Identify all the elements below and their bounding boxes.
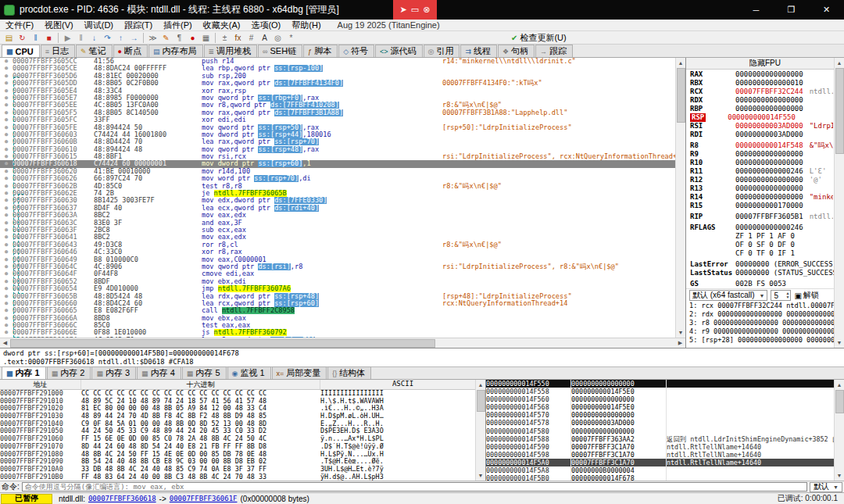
register-row[interactable]: RDX0000000000000000 (690, 96, 833, 105)
disassembly-vscrollbar[interactable]: ▲ ▼ (675, 58, 685, 338)
tab-breakpoints[interactable]: ●断点 (113, 45, 148, 57)
menu-view[interactable]: 视图(V) (39, 20, 79, 30)
disasm-row[interactable]: ●00007FFBFF36063F2BC8sub ecx,eax (0, 227, 685, 234)
register-row[interactable]: CF 0 TF 0 IF 1 (690, 249, 833, 258)
tab-script[interactable]: ƒ脚本 (303, 45, 338, 57)
minimize-button[interactable]: ─ (738, 0, 774, 20)
register-row[interactable]: GS002B FS 0053 (690, 280, 833, 288)
breakpoint-dot-icon[interactable]: ● (0, 146, 13, 153)
stack-row[interactable]: 000000000014F5600000000000000000 (486, 395, 844, 403)
dump-row[interactable]: 00007FFBFF291040C9 0F 84 5A 01 00 00 48 … (0, 420, 485, 428)
menu-trace[interactable]: 跟踪(T) (119, 20, 158, 30)
dump-row[interactable]: 00007FFBFF29105044 24 50 45 33 C9 48 89 … (0, 427, 485, 435)
disasm-row[interactable]: ●00007FFBFF3606378D4F 40lea ecx,qword pt… (0, 205, 685, 212)
stack-row[interactable]: 000000000014F57800000000003AD000 (486, 419, 844, 427)
breakpoint-dot-icon[interactable]: ● (0, 58, 13, 65)
spinner-arrows-icon[interactable]: ▲▼ (785, 291, 790, 299)
disasm-row[interactable]: ●00007FFBFF3606418BC2mov eax,edx (0, 234, 685, 241)
call-argument-row[interactable]: 3: r8 0000000000000000 0000000000000000 (689, 319, 841, 327)
disasm-row[interactable]: ●00007FFBFF3605FE48:894424 50mov qword p… (0, 124, 685, 131)
tab-dump-2[interactable]: ▦内存 2 (47, 366, 91, 379)
register-row[interactable]: R120000000000000000'@' (690, 176, 833, 184)
pause2-button[interactable]: ‖ (74, 32, 88, 44)
call-argument-row[interactable]: 1: rcx 00007FFBFF32C244 ntdll.00007FFBFF… (689, 302, 841, 310)
stop-button[interactable]: ■ (42, 32, 55, 44)
open-file-button[interactable]: ▤ (2, 32, 16, 44)
tab-watch-1[interactable]: ◉监视 1 (227, 366, 271, 379)
settings-button[interactable]: * (284, 32, 298, 44)
disasm-row[interactable]: ●00007FFBFF3606308B1425 3003FE7Fmov edx,… (0, 197, 685, 204)
capture-close-icon[interactable]: ⊗ (423, 5, 430, 15)
register-row[interactable]: R130000000000000000 (690, 184, 833, 193)
register-row[interactable]: RBP0000000000000000 (690, 105, 833, 113)
breakpoint-dot-icon[interactable]: ● (0, 124, 13, 131)
stack-row[interactable]: 000000000014F59800007FFBFF3C1A70ntdll.Rt… (486, 451, 844, 459)
patch-button[interactable]: ✎ (159, 32, 173, 44)
disassembly-hscrollbar[interactable]: ◀ ▶ (0, 338, 685, 348)
disasm-row[interactable]: ●00007FFBFF360654E9 4D010000jmp ntdll.7F… (0, 285, 685, 292)
register-row[interactable]: RIP00007FFBFF3605B1ntdll.00 (690, 213, 833, 221)
memory-map-button[interactable]: ▦ (199, 32, 213, 44)
scroll-up-icon[interactable]: ▲ (835, 58, 844, 68)
dump-row[interactable]: 00007FFBFF29102081 EC 80 00 00 00 48 8B … (0, 405, 485, 413)
stack-row[interactable]: 000000000014F558000000000014F5E0 (486, 388, 844, 395)
disasm-row[interactable]: ●00007FFBFF36066A8BD8mov ebx,eax (0, 315, 685, 322)
scroll-down-icon[interactable]: ▼ (476, 470, 486, 481)
call-argument-row[interactable]: 4: r9 0000000000000000 0000000000000000 (689, 327, 841, 336)
disasm-row[interactable]: ●00007FFBFF3606528BDFmov ebx,edi (0, 278, 685, 285)
tab-dump-3[interactable]: ▦内存 3 (91, 366, 136, 379)
disasm-row[interactable]: ●00007FFBFF360649B8 010000C0mov eax,C000… (0, 256, 685, 263)
breakpoint-dot-icon[interactable]: ● (0, 160, 13, 167)
hide-fpu-button[interactable]: 隐藏FPU (686, 58, 844, 70)
tab-memory-map[interactable]: ▤内存布局 (148, 45, 203, 57)
breakpoint-dot-icon[interactable]: ● (0, 88, 13, 95)
breakpoint-dot-icon[interactable]: ● (0, 322, 13, 329)
scroll-thumb[interactable] (835, 390, 844, 413)
disasm-row[interactable]: ●00007FFBFF36061048:894424 48mov qword p… (0, 146, 685, 153)
arg-count-stepper[interactable]: 5 ▲▼ (771, 290, 791, 301)
register-row[interactable]: R8000000000014F548&"吗x\n€| (690, 141, 833, 150)
breakpoint-dot-icon[interactable]: ● (0, 285, 13, 292)
disasm-row[interactable]: ●00007FFBFF36060B48:8D4424 70lea rax,qwo… (0, 138, 685, 145)
assemble-button[interactable]: fx (231, 32, 245, 44)
disasm-row[interactable]: ●00007FFBFF3605E448:33C4xor rax,rsp (0, 88, 685, 95)
hash-button[interactable]: # (245, 32, 258, 44)
close-button[interactable]: ✕ (809, 0, 844, 20)
dump-row[interactable]: 00007FFBFF29108048 8B 4C 24 50 FF 15 4E … (0, 451, 485, 459)
register-row[interactable]: LastStatus00000000 (STATUS_SUCCESS) (690, 269, 833, 277)
check-updates-button[interactable]: ✔检查更新(U) (507, 32, 570, 44)
breakpoint-dot-icon[interactable]: ● (0, 95, 13, 102)
disasm-row[interactable]: ●00007FFBFF36066048:8D4C24 60lea rcx,qwo… (0, 300, 685, 307)
tab-trace[interactable]: →跟踪 (535, 45, 573, 57)
stack-row[interactable]: 000000000014F5A800000000B0000004 (486, 466, 844, 474)
unlock-button[interactable]: ▣ 解锁 (794, 290, 818, 301)
tab-locals[interactable]: x=局部变量 (272, 366, 327, 379)
disasm-row[interactable]: ●00007FFBFF36061548:8BF1mov rsi,rcxrsi:"… (0, 153, 685, 160)
disasm-row[interactable]: ●00007FFBFF360618C74424 60 00000001mov d… (0, 160, 685, 167)
maximize-button[interactable]: ❐ (774, 0, 809, 20)
scroll-up-icon[interactable]: ▲ (676, 58, 686, 68)
breakpoint-dot-icon[interactable]: ● (0, 109, 13, 116)
scroll-up-icon[interactable]: ▲ (476, 380, 486, 390)
breakpoint-dot-icon[interactable]: ● (0, 205, 13, 212)
breakpoint-dot-icon[interactable]: ● (0, 278, 13, 285)
breakpoint-dot-icon[interactable]: ● (0, 197, 13, 204)
breakpoint-dot-icon[interactable]: ● (0, 138, 13, 145)
breakpoint-dot-icon[interactable]: ● (0, 220, 13, 227)
step-into-button[interactable]: ↓ (88, 32, 101, 44)
breakpoint-dot-icon[interactable]: ● (0, 256, 13, 263)
disasm-row[interactable]: ●00007FFBFF36062B4D:85C0test r8,r8r8:&"吗… (0, 183, 685, 190)
stack-row[interactable]: 000000000014F5700000000000000000 (486, 411, 844, 419)
stack-vscrollbar[interactable]: ▲ ▼ (834, 380, 844, 481)
breakpoint-dot-icon[interactable]: ● (0, 315, 13, 322)
step-out-button[interactable]: ↑ (114, 32, 127, 44)
disasm-row[interactable]: ●00007FFBFF3605F548:8B05 8C140500mov rax… (0, 109, 685, 116)
disasm-row[interactable]: ●00007FFBFF3605EE4C:8B05 13FC0A00mov r8,… (0, 102, 685, 109)
capture-share-icon[interactable]: ➤ (400, 5, 407, 15)
breakpoint-dot-icon[interactable]: ● (0, 73, 13, 80)
register-row[interactable]: OF 0 SF 0 DF 0 (690, 241, 833, 249)
tab-threads[interactable]: ⇉线程 (460, 45, 497, 57)
breakpoint-dot-icon[interactable]: ● (0, 227, 13, 234)
calling-convention-select[interactable]: 默认 (x64 fastcall) ▼ (689, 290, 767, 301)
tab-dump-5[interactable]: ▦内存 5 (182, 366, 227, 379)
